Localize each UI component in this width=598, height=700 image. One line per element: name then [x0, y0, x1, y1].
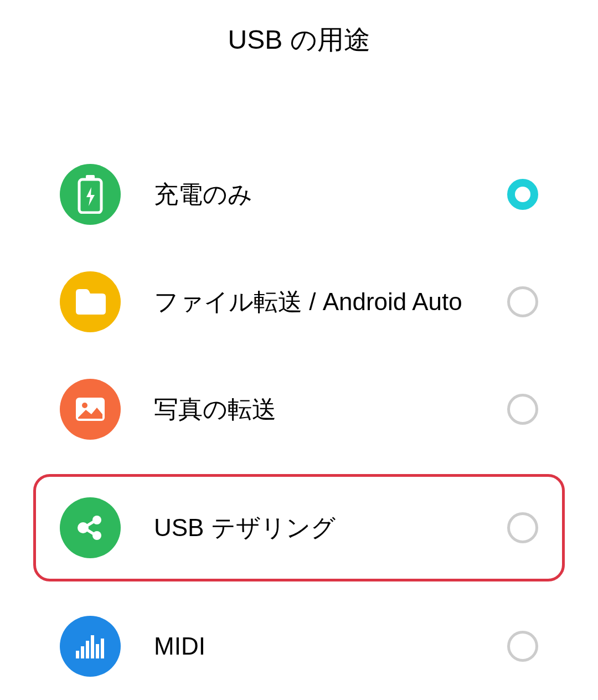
svg-point-3	[82, 403, 87, 408]
svg-line-8	[86, 529, 94, 534]
svg-rect-11	[86, 641, 89, 658]
image-icon	[60, 379, 121, 440]
equalizer-icon	[60, 616, 121, 677]
option-label: MIDI	[154, 629, 507, 663]
radio-unselected-icon	[507, 286, 538, 317]
option-label: USB テザリング	[154, 511, 507, 545]
option-usb-tethering[interactable]: USB テザリング	[33, 474, 565, 581]
option-label: 充電のみ	[154, 177, 507, 212]
option-midi[interactable]: MIDI	[33, 593, 565, 700]
radio-selected-icon	[507, 179, 538, 210]
option-file-transfer[interactable]: ファイル転送 / Android Auto	[33, 248, 565, 356]
folder-icon	[60, 271, 121, 332]
options-list: 充電のみ ファイル転送 / Android Auto 写真の転送	[0, 141, 598, 700]
svg-line-7	[86, 522, 94, 526]
radio-unselected-icon	[507, 394, 538, 425]
svg-rect-10	[81, 646, 84, 658]
dialog-title: USB の用途	[0, 22, 598, 58]
svg-rect-13	[96, 644, 99, 658]
svg-rect-14	[101, 639, 104, 658]
option-charge-only[interactable]: 充電のみ	[33, 141, 565, 248]
option-label: ファイル転送 / Android Auto	[154, 285, 507, 319]
svg-point-4	[78, 522, 89, 533]
battery-charge-icon	[60, 164, 121, 225]
share-icon	[60, 497, 121, 558]
radio-unselected-icon	[507, 512, 538, 543]
option-label: 写真の転送	[154, 392, 507, 426]
usb-usage-dialog: USB の用途 充電のみ ファイル転送 / Android Auto	[0, 0, 598, 700]
option-photo-transfer[interactable]: 写真の転送	[33, 356, 565, 463]
svg-rect-9	[76, 651, 79, 658]
svg-rect-12	[91, 635, 94, 658]
radio-unselected-icon	[507, 631, 538, 662]
